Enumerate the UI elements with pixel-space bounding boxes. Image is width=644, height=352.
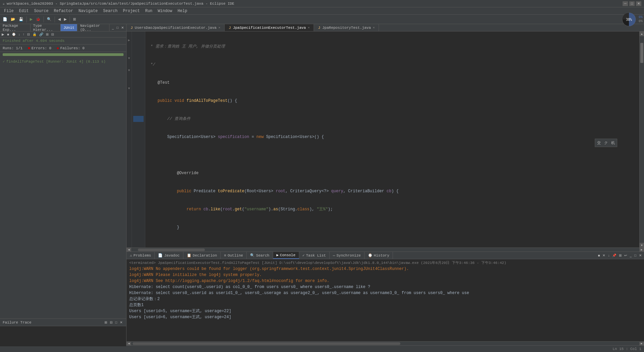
- close-panel-button[interactable]: ✕: [120, 25, 125, 30]
- console-close-button[interactable]: ✕: [638, 253, 643, 258]
- perspective-button[interactable]: ⊞: [72, 16, 77, 23]
- fold-2: [127, 44, 132, 50]
- debug-button[interactable]: 🐞: [34, 16, 42, 23]
- console-layout-button[interactable]: ⊞: [618, 253, 623, 258]
- tab-tasklist[interactable]: ✓ Task List: [299, 252, 330, 259]
- tab-junit[interactable]: JUnit: [61, 24, 77, 31]
- java-icon-3: J: [318, 26, 320, 30]
- junit-progress-bar: [3, 53, 124, 56]
- fold-6[interactable]: ▼: [127, 68, 132, 74]
- maximize-button[interactable]: □: [629, 1, 635, 6]
- menu-file[interactable]: File: [1, 8, 16, 14]
- prev-button[interactable]: ◀: [57, 16, 62, 23]
- scroll-track[interactable]: [640, 36, 644, 243]
- tab-navigator[interactable]: Navigator (D...: [77, 24, 109, 31]
- tab-close-1[interactable]: ✕: [219, 26, 220, 29]
- scroll-up-btn[interactable]: ▲: [640, 31, 644, 36]
- window-title: workSpaces_idea202003 - SpringDataJpa/sr…: [7, 2, 623, 6]
- test-pass-icon: ✓: [3, 59, 5, 64]
- tab-javadoc[interactable]: 📄 Javadoc: [155, 252, 183, 259]
- test-item-findAllToPageTest[interactable]: ✓ findAllToPageTest [Runner: JUnit 4] (0…: [1, 59, 125, 64]
- h-scroll-thumb[interactable]: [138, 249, 205, 251]
- console-max-button[interactable]: □: [633, 253, 637, 258]
- horizontal-scrollbar[interactable]: ◀ ▶: [127, 248, 644, 252]
- maximize-panel-button[interactable]: □: [115, 25, 119, 30]
- tab-console[interactable]: ▶ Console: [273, 252, 299, 259]
- mini-btn-3[interactable]: 机: [610, 140, 616, 146]
- ft-copy-button[interactable]: ⊞: [103, 320, 108, 325]
- junit-runs: Runs: 1/1: [3, 46, 22, 50]
- menu-help[interactable]: Help: [175, 8, 190, 14]
- progress-pie[interactable]: 38%: [621, 11, 637, 28]
- tab-package-explorer[interactable]: Package Exp...: [0, 24, 30, 31]
- menu-refactor[interactable]: Refactor: [51, 8, 76, 14]
- fold-1[interactable]: ▶: [127, 38, 132, 44]
- expand-button[interactable]: ⊞: [45, 32, 50, 37]
- console-h-thumb[interactable]: [133, 342, 400, 345]
- tab-jpaspec[interactable]: J JpaSpecificationExecutorTest.java ✕: [225, 24, 314, 31]
- tab-problems[interactable]: ⚠ Problems: [127, 252, 155, 259]
- tab-outline[interactable]: ≡ Outline: [221, 252, 247, 259]
- save-button[interactable]: 💾: [17, 16, 25, 23]
- tab-type-hierarchy[interactable]: Type Hierar...: [30, 24, 61, 31]
- scroll-thumb[interactable]: [640, 43, 643, 63]
- link-button[interactable]: 🔗: [38, 32, 44, 37]
- search-toolbar-button[interactable]: 🔍: [46, 16, 53, 23]
- mini-btn-1[interactable]: 交: [596, 140, 602, 146]
- console-min-button[interactable]: _: [629, 253, 633, 258]
- close-button[interactable]: ✕: [636, 1, 641, 6]
- code-content[interactable]: * 需求：查询姓 王 用户, 并做分页处理 */ @Test public vo…: [145, 31, 639, 248]
- console-stop-button[interactable]: ■: [597, 253, 601, 258]
- tab-close-3[interactable]: ✕: [373, 26, 375, 29]
- menu-run[interactable]: Run: [143, 8, 155, 14]
- tab-usersdao[interactable]: J UsersDaoJpaSpecificationExecutor.java …: [127, 24, 225, 31]
- tab-history[interactable]: ⌚ History: [365, 252, 393, 259]
- stop-button[interactable]: ■: [6, 32, 10, 37]
- tab-search[interactable]: 🔍 Search: [247, 252, 273, 259]
- fold-9[interactable]: ▼: [127, 86, 132, 92]
- new-button[interactable]: 📄: [1, 16, 9, 23]
- scroll-left-btn[interactable]: ◀: [127, 248, 131, 252]
- failure-icon: ◆: [57, 46, 59, 50]
- rerun-button[interactable]: ▶: [1, 32, 5, 37]
- console-scroll-button[interactable]: ↓: [607, 253, 611, 258]
- minimize-button[interactable]: ─: [623, 1, 628, 6]
- console-clear-button[interactable]: ✕: [601, 253, 606, 258]
- ft-expand-button[interactable]: □: [114, 320, 118, 325]
- menu-search[interactable]: Search: [100, 8, 120, 14]
- filter-button[interactable]: ⊟: [26, 32, 31, 37]
- console-h-scrollbar[interactable]: ◀ ▶: [127, 341, 644, 345]
- ft-close-button[interactable]: ✕: [119, 320, 124, 325]
- next-button[interactable]: ▶: [63, 16, 68, 23]
- vertical-scrollbar[interactable]: ▲ ▼: [639, 31, 644, 248]
- collapse-button[interactable]: ⊟: [50, 32, 55, 37]
- menu-navigate[interactable]: Navigate: [76, 8, 100, 14]
- tab-jparepo[interactable]: J JpaRepositoryTest.java ✕: [314, 24, 379, 31]
- mini-btn-2[interactable]: ク: [603, 140, 609, 146]
- scroll-right-btn[interactable]: ▶: [639, 248, 644, 252]
- console-scroll-right[interactable]: ▶: [639, 342, 644, 345]
- menu-project[interactable]: Project: [120, 8, 142, 14]
- console-pin-button[interactable]: 📌: [611, 253, 617, 258]
- open-button[interactable]: 📂: [9, 16, 17, 23]
- console-word-wrap-button[interactable]: ↩: [623, 253, 628, 258]
- hist-button[interactable]: ⌚: [11, 32, 17, 37]
- tab-declaration[interactable]: 📋 Declaration: [183, 252, 221, 259]
- prev-fail-button[interactable]: ↑: [22, 32, 25, 37]
- menu-window[interactable]: Window: [155, 8, 175, 14]
- ln-17: [133, 128, 144, 134]
- minimize-panel-button[interactable]: _: [111, 25, 115, 30]
- tab-close-2[interactable]: ✕: [308, 26, 310, 29]
- console-scroll-left[interactable]: ◀: [127, 342, 131, 345]
- menu-edit[interactable]: Edit: [16, 8, 31, 14]
- main-toolbar: 📄 📂 💾 ▶ 🐞 🔍 ◀ ▶ ⊞ 38% 0% 0%: [0, 15, 644, 24]
- ft-filter-button[interactable]: ⊟: [109, 320, 113, 325]
- ln-22: [133, 158, 144, 164]
- tab-synchronize[interactable]: ↔ Synchronize: [330, 252, 365, 259]
- next-fail-button[interactable]: ↓: [17, 32, 21, 37]
- run-button[interactable]: ▶: [28, 16, 34, 23]
- scroll-down-btn[interactable]: ▼: [640, 243, 644, 248]
- menu-source[interactable]: Source: [31, 8, 51, 14]
- scroll-lock-button[interactable]: 🔒: [31, 32, 37, 37]
- fold-4[interactable]: ▼: [127, 56, 132, 62]
